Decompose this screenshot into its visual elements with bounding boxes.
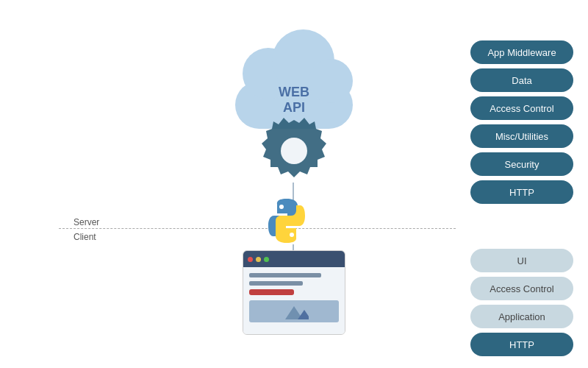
browser-titlebar (243, 251, 345, 267)
browser-container (243, 250, 345, 339)
content-line-1 (249, 273, 321, 277)
svg-point-2 (290, 233, 294, 237)
content-line-2 (249, 281, 303, 286)
application-button[interactable]: Application (470, 305, 573, 328)
svg-point-1 (279, 205, 284, 209)
access-control-client-button[interactable]: Access Control (470, 277, 573, 300)
http-server-button[interactable]: HTTP (470, 180, 573, 204)
security-button[interactable]: Security (470, 152, 573, 176)
content-bar (249, 289, 294, 295)
divider-line (59, 228, 456, 229)
maximize-dot (264, 257, 269, 262)
python-icon (261, 195, 312, 247)
browser-window (243, 250, 345, 335)
web-api-label: WEBAPI (228, 85, 360, 116)
content-image (249, 300, 339, 322)
ui-button[interactable]: UI (470, 249, 573, 272)
close-dot (248, 257, 253, 262)
app-middleware-button[interactable]: App Middleware (470, 40, 573, 64)
data-button[interactable]: Data (470, 68, 573, 92)
minimize-dot (256, 257, 261, 262)
gear-container (232, 114, 356, 188)
misc-utilities-button[interactable]: Misc/Utilities (470, 124, 573, 148)
btn-group-server: App Middleware Data Access Control Misc/… (470, 40, 573, 204)
svg-point-0 (281, 138, 307, 164)
python-container (261, 195, 327, 247)
server-buttons-group: App Middleware Data Access Control Misc/… (470, 40, 573, 356)
btn-group-client: UI Access Control Application HTTP (470, 249, 573, 356)
browser-content (243, 267, 345, 334)
http-client-button[interactable]: HTTP (470, 333, 573, 356)
server-label: Server (74, 217, 99, 227)
access-control-server-button[interactable]: Access Control (470, 96, 573, 120)
client-label: Client (74, 232, 96, 242)
gear-icon (246, 114, 342, 188)
